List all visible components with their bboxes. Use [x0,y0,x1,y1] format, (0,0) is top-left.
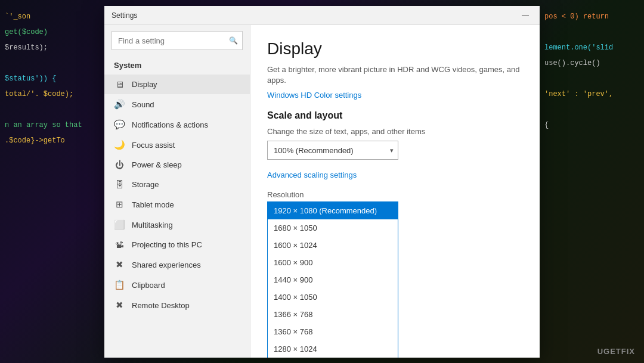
display-icon: 🖥 [114,79,125,89]
sidebar-item-tablet-label: Tablet mode [132,200,174,209]
hdr-link[interactable]: Windows HD Color settings [267,91,361,100]
resolution-option-3[interactable]: 1600 × 900 [268,254,398,271]
resolution-option-6[interactable]: 1366 × 768 [268,306,398,323]
title-bar-controls: — [518,8,532,23]
resolution-option-7[interactable]: 1360 × 768 [268,323,398,340]
sidebar-item-remote-label: Remote Desktop [132,301,190,310]
resolution-option-2[interactable]: 1600 × 1024 [268,237,398,254]
search-icon: 🔍 [229,36,238,45]
scale-section-heading: Scale and layout [267,110,523,121]
hdr-subtitle: Get a brighter, more vibrant picture in … [267,64,523,86]
shared-icon: ✖ [114,259,125,270]
storage-icon: 🗄 [114,179,125,190]
remote-icon: ✖ [114,300,125,311]
sidebar: 🔍 System 🖥 Display 🔊 Sound 💬 Notificatio… [104,25,250,358]
sidebar-item-focus[interactable]: 🌙 Focus assist [104,135,250,155]
watermark: UGETFIX [597,347,635,356]
sidebar-item-power-label: Power & sleep [132,160,182,169]
sidebar-item-notifications-label: Notifications & actions [132,120,208,129]
resolution-option-1[interactable]: 1680 × 1050 [268,219,398,237]
advanced-scaling-link[interactable]: Advanced scaling settings [267,170,357,179]
main-content: Display Get a brighter, more vibrant pic… [250,25,540,358]
resolution-option-0[interactable]: 1920 × 1080 (Recommended) [268,202,398,219]
resolution-option-4[interactable]: 1440 × 900 [268,271,398,288]
sidebar-item-remote[interactable]: ✖ Remote Desktop [104,295,250,315]
sidebar-item-multitasking-label: Multitasking [132,221,173,229]
resolution-dropdown-list[interactable]: 1920 × 1080 (Recommended) 1680 × 1050 16… [267,201,398,358]
window-body: 🔍 System 🖥 Display 🔊 Sound 💬 Notificatio… [104,25,540,358]
sidebar-item-sound[interactable]: 🔊 Sound [104,94,250,114]
sound-icon: 🔊 [114,99,125,110]
sidebar-section-label: System [104,57,250,75]
sidebar-item-storage-label: Storage [132,180,159,189]
sidebar-item-tablet[interactable]: ⊞ Tablet mode [104,194,250,215]
sidebar-item-storage[interactable]: 🗄 Storage [104,175,250,194]
settings-window: Settings — 🔍 System 🖥 Display 🔊 Soun [104,6,540,358]
sidebar-item-focus-label: Focus assist [132,141,175,150]
sidebar-item-shared[interactable]: ✖ Shared experiences [104,255,250,275]
sidebar-item-notifications[interactable]: 💬 Notifications & actions [104,114,250,135]
sidebar-item-shared-label: Shared experiences [132,260,201,269]
resolution-section: Resolution 1920 × 1080 (Recommended) 168… [267,190,523,358]
multitasking-icon: ⬜ [114,219,125,230]
tablet-icon: ⊞ [114,199,125,210]
scale-dropdown[interactable]: 100% (Recommended) 125% 150% [267,141,398,160]
scale-dropdown-container: 100% (Recommended) 125% 150% ▾ [267,141,398,160]
sidebar-item-display[interactable]: 🖥 Display [104,75,250,94]
search-input[interactable] [112,31,243,50]
resolution-option-8[interactable]: 1280 × 1024 [268,340,398,358]
minimize-button[interactable]: — [518,8,532,23]
resolution-label: Resolution [267,190,523,199]
sidebar-item-clipboard-label: Clipboard [132,281,165,290]
sidebar-item-sound-label: Sound [132,100,154,109]
window-title: Settings [112,11,518,20]
focus-icon: 🌙 [114,139,125,150]
sidebar-item-clipboard[interactable]: 📋 Clipboard [104,275,250,295]
notifications-icon: 💬 [114,119,125,130]
sidebar-item-multitasking[interactable]: ⬜ Multitasking [104,215,250,235]
page-title: Display [267,39,523,58]
clipboard-icon: 📋 [114,280,125,290]
search-box: 🔍 [112,31,243,50]
projecting-icon: 📽 [114,240,125,250]
sidebar-item-projecting-label: Projecting to this PC [132,240,202,249]
scale-sublabel: Change the size of text, apps, and other… [267,127,523,136]
resolution-option-5[interactable]: 1400 × 1050 [268,288,398,306]
title-bar: Settings — [104,6,540,25]
sidebar-item-display-label: Display [132,80,157,89]
power-icon: ⏻ [114,160,125,170]
sidebar-item-power[interactable]: ⏻ Power & sleep [104,155,250,175]
sidebar-item-projecting[interactable]: 📽 Projecting to this PC [104,235,250,255]
